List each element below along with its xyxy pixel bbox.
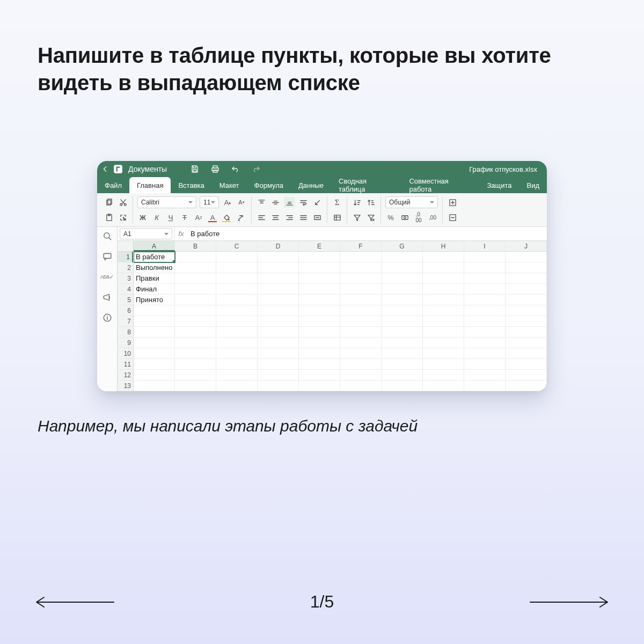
select-icon[interactable]	[118, 212, 128, 223]
cell[interactable]	[340, 284, 382, 295]
cell[interactable]	[258, 295, 299, 305]
justify-icon[interactable]	[298, 212, 309, 223]
cell[interactable]	[506, 284, 547, 295]
menu-tab-2[interactable]: Вставка	[171, 177, 211, 193]
cell[interactable]	[423, 252, 464, 262]
col-header[interactable]: A	[134, 241, 175, 251]
cell[interactable]	[216, 338, 258, 348]
row-header[interactable]: 6	[118, 305, 134, 316]
feedback-icon[interactable]	[103, 292, 112, 302]
cell[interactable]	[216, 284, 258, 295]
cell[interactable]	[299, 295, 340, 305]
cell[interactable]	[134, 359, 175, 370]
cell[interactable]	[258, 380, 299, 391]
named-range-icon[interactable]	[332, 212, 342, 223]
cell[interactable]	[423, 327, 464, 338]
cell[interactable]	[464, 327, 506, 338]
row-header[interactable]: 13	[118, 380, 134, 391]
row-header[interactable]: 12	[118, 370, 134, 380]
cell[interactable]: Принято	[134, 295, 175, 305]
select-all-corner[interactable]	[118, 241, 134, 252]
redo-icon[interactable]	[252, 165, 260, 173]
cell[interactable]	[464, 295, 506, 305]
row-header[interactable]: 9	[118, 338, 134, 348]
cell[interactable]	[134, 305, 175, 316]
prev-arrow-icon[interactable]	[34, 596, 115, 609]
name-box[interactable]: A1	[120, 228, 172, 239]
row-header[interactable]: 4	[118, 284, 134, 295]
cell[interactable]	[464, 348, 506, 359]
col-header[interactable]: E	[299, 241, 340, 252]
cell[interactable]	[382, 327, 423, 338]
cell[interactable]	[175, 262, 216, 273]
menu-tab-9[interactable]: Вид	[519, 177, 547, 193]
underline-icon[interactable]: Ч	[165, 212, 176, 223]
cell[interactable]	[506, 252, 547, 262]
cell[interactable]	[464, 262, 506, 273]
col-header[interactable]: I	[464, 241, 506, 252]
cell[interactable]	[464, 284, 506, 295]
align-center-icon[interactable]	[270, 212, 281, 223]
cell[interactable]	[464, 273, 506, 284]
cell[interactable]	[423, 338, 464, 348]
cell[interactable]	[216, 262, 258, 273]
cell[interactable]	[423, 295, 464, 305]
cell[interactable]	[506, 380, 547, 391]
cell[interactable]	[216, 316, 258, 327]
cell[interactable]	[216, 273, 258, 284]
cell[interactable]	[340, 262, 382, 273]
cell[interactable]	[423, 273, 464, 284]
cell[interactable]	[382, 295, 423, 305]
percent-icon[interactable]: %	[385, 212, 396, 223]
formula-input[interactable]: В работе	[187, 227, 547, 240]
cell[interactable]	[506, 370, 547, 380]
menu-tab-6[interactable]: Сводная таблица	[331, 177, 401, 193]
cell[interactable]	[340, 348, 382, 359]
number-format-select[interactable]: Общий	[385, 196, 438, 208]
cell[interactable]	[216, 359, 258, 370]
cell[interactable]	[340, 273, 382, 284]
cell[interactable]	[175, 252, 216, 262]
cell[interactable]	[382, 359, 423, 370]
cell[interactable]	[340, 295, 382, 305]
cell[interactable]	[340, 327, 382, 338]
cell[interactable]	[382, 338, 423, 348]
cell[interactable]	[464, 252, 506, 262]
cell[interactable]	[299, 359, 340, 370]
row-header[interactable]: 1	[118, 252, 133, 262]
cell[interactable]	[382, 380, 423, 391]
insert-cells-icon[interactable]	[447, 197, 458, 208]
row-header[interactable]: 3	[118, 273, 134, 284]
cell[interactable]: Выполнено	[134, 262, 175, 273]
cell[interactable]	[258, 305, 299, 316]
cell[interactable]	[340, 252, 382, 262]
cell[interactable]	[423, 348, 464, 359]
row-header[interactable]: 2	[118, 262, 134, 273]
cell[interactable]	[175, 359, 216, 370]
search-icon[interactable]	[103, 231, 112, 241]
autosum-icon[interactable]: Σ	[332, 197, 342, 208]
cell[interactable]	[258, 338, 299, 348]
cell[interactable]	[506, 316, 547, 327]
decrease-font-icon[interactable]: A▾	[236, 197, 247, 208]
undo-icon[interactable]	[231, 165, 240, 173]
col-header[interactable]: G	[382, 241, 423, 252]
cell[interactable]	[299, 305, 340, 316]
clear-filter-icon[interactable]	[365, 212, 376, 223]
cell[interactable]	[258, 359, 299, 370]
align-top-icon[interactable]	[256, 197, 267, 208]
cell[interactable]	[175, 338, 216, 348]
cell[interactable]	[299, 370, 340, 380]
col-header[interactable]: J	[506, 241, 547, 252]
font-select[interactable]: Calibri	[137, 196, 196, 208]
row-header[interactable]: 7	[118, 316, 134, 327]
row-header[interactable]: 5	[118, 295, 134, 305]
cell[interactable]	[216, 295, 258, 305]
cell[interactable]	[216, 370, 258, 380]
increase-decimal-icon[interactable]: ,00	[427, 212, 438, 223]
cell[interactable]	[423, 305, 464, 316]
cell[interactable]	[340, 338, 382, 348]
cell[interactable]	[506, 327, 547, 338]
cell[interactable]	[506, 305, 547, 316]
cell[interactable]	[258, 370, 299, 380]
